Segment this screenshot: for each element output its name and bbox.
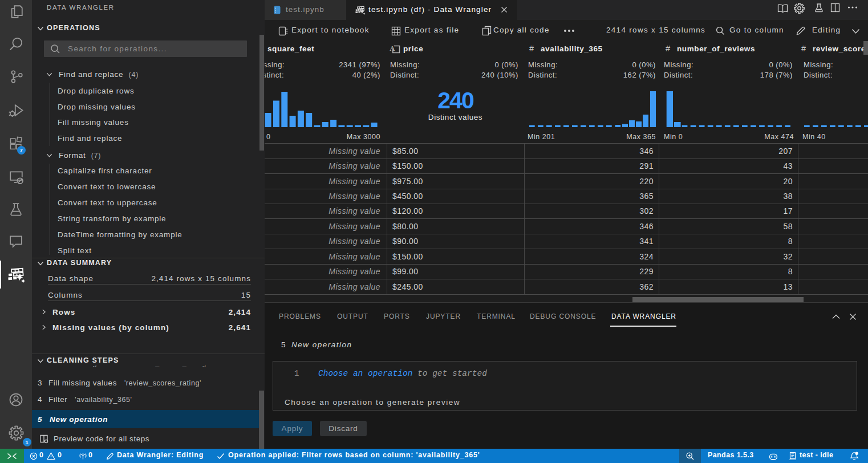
svg-text:A: A — [390, 44, 395, 52]
